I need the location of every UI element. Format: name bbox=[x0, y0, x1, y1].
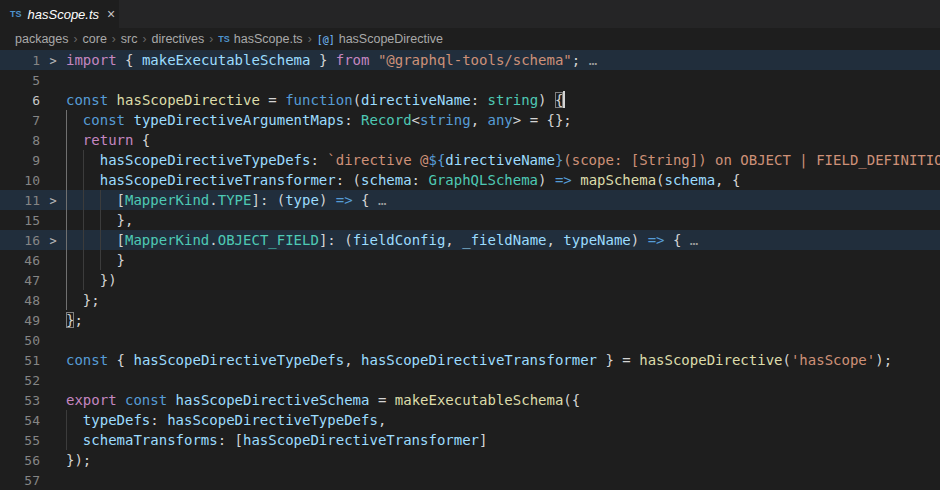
breadcrumb-item-hasscope-ts[interactable]: TShasScope.ts bbox=[218, 32, 302, 46]
fold-chevron-icon[interactable]: > bbox=[40, 51, 66, 71]
code-token: ({ bbox=[563, 392, 580, 408]
indent-guide bbox=[66, 230, 67, 250]
code-line-55[interactable]: 55 schemaTransforms: [hasScopeDirectiveT… bbox=[0, 430, 940, 450]
code-token: ) bbox=[319, 192, 336, 208]
code-line-46[interactable]: 46 } bbox=[0, 250, 940, 270]
code-token: makeExecutableSchema bbox=[142, 52, 311, 68]
indent-guide bbox=[83, 250, 84, 270]
code-token bbox=[66, 112, 83, 128]
code-token: TYPE bbox=[218, 192, 252, 208]
code-token: : [ bbox=[218, 432, 243, 448]
line-number: 47 bbox=[0, 271, 40, 291]
code-token: export bbox=[66, 392, 117, 408]
breadcrumb-label: packages bbox=[15, 32, 69, 46]
code-line-9[interactable]: 9 hasScopeDirectiveTypeDefs: `directive … bbox=[0, 150, 940, 170]
code-token: hasScopeDirective bbox=[117, 92, 260, 108]
code-token: typeDirectiveArgumentMaps bbox=[133, 112, 344, 128]
code-token: return bbox=[83, 132, 134, 148]
code-line-48[interactable]: 48 }; bbox=[0, 290, 940, 310]
code-token: _fieldName bbox=[462, 232, 546, 248]
code-line-7[interactable]: 7 const typeDirectiveArgumentMaps: Recor… bbox=[0, 110, 940, 130]
tab-title: hasScope.ts bbox=[28, 7, 100, 22]
breadcrumb-separator-icon: › bbox=[308, 32, 312, 46]
line-number: 6 bbox=[0, 91, 40, 111]
code-line-54[interactable]: 54 typeDefs: hasScopeDirectiveTypeDefs, bbox=[0, 410, 940, 430]
code-line-16[interactable]: 16> [MapperKind.OBJECT_FIELD]: (fieldCon… bbox=[0, 230, 940, 250]
close-icon[interactable]: × bbox=[107, 7, 115, 21]
breadcrumb-label: core bbox=[83, 32, 107, 46]
indent-guide bbox=[100, 190, 101, 210]
code-token: { bbox=[117, 52, 142, 68]
indent-guide bbox=[66, 250, 67, 270]
code-line-10[interactable]: 10 hasScopeDirectiveTransformer: (schema… bbox=[0, 170, 940, 190]
code-token: GraphQLSchema bbox=[428, 172, 538, 188]
code-token: , bbox=[445, 232, 462, 248]
line-number: 48 bbox=[0, 291, 40, 311]
code-token: directiveName bbox=[445, 152, 555, 168]
code-token: : bbox=[344, 112, 361, 128]
code-token: > = {}; bbox=[513, 112, 572, 128]
code-line-5[interactable]: 5 bbox=[0, 70, 940, 90]
line-number: 1 bbox=[0, 51, 40, 71]
breadcrumb-item-core[interactable]: core bbox=[83, 32, 107, 46]
code-line-8[interactable]: 8 return { bbox=[0, 130, 940, 150]
code-line-53[interactable]: 53export const hasScopeDirectiveSchema =… bbox=[0, 390, 940, 410]
code-token: { bbox=[353, 192, 378, 208]
code-token: . bbox=[209, 192, 217, 208]
code-token bbox=[66, 412, 83, 428]
line-number: 53 bbox=[0, 391, 40, 411]
line-number: 57 bbox=[0, 471, 40, 490]
code-token: : bbox=[310, 152, 327, 168]
code-token: hasScopeDirectiveTransformer bbox=[100, 172, 336, 188]
code-line-11[interactable]: 11> [MapperKind.TYPE]: (type) => { … bbox=[0, 190, 940, 210]
breadcrumb-item-directives[interactable]: directives bbox=[152, 32, 205, 46]
code-line-15[interactable]: 15 }, bbox=[0, 210, 940, 230]
code-token: ; bbox=[74, 312, 82, 328]
bracket-match: { bbox=[555, 92, 563, 108]
code-token: directiveName bbox=[361, 92, 471, 108]
code-token: ) bbox=[538, 92, 555, 108]
fold-chevron-icon[interactable]: > bbox=[40, 191, 66, 211]
line-number: 15 bbox=[0, 211, 40, 231]
editor-tab-hasscope[interactable]: TS hasScope.ts × bbox=[0, 0, 120, 28]
code-line-51[interactable]: 51const { hasScopeDirectiveTypeDefs, has… bbox=[0, 350, 940, 370]
code-token: hasScopeDirectiveTransformer bbox=[361, 352, 597, 368]
code-token: ]: ( bbox=[319, 232, 353, 248]
code-token: , bbox=[471, 112, 488, 128]
breadcrumb-label: hasScope.ts bbox=[234, 32, 303, 46]
breadcrumb-item-src[interactable]: src bbox=[121, 32, 138, 46]
code-token: { bbox=[665, 232, 690, 248]
code-line-49[interactable]: 49}; bbox=[0, 310, 940, 330]
code-line-57[interactable]: 57 bbox=[0, 470, 940, 490]
breadcrumb-item-packages[interactable]: packages bbox=[15, 32, 69, 46]
code-token: : ( bbox=[336, 172, 361, 188]
indent-guide bbox=[66, 170, 67, 190]
code-token: . bbox=[209, 232, 217, 248]
code-token bbox=[66, 432, 83, 448]
code-token: hasScopeDirectiveTypeDefs bbox=[133, 352, 344, 368]
indent-guide bbox=[83, 270, 84, 290]
code-line-47[interactable]: 47 }) bbox=[0, 270, 940, 290]
indent-guide bbox=[83, 190, 84, 210]
breadcrumb-item-hasscopedirective[interactable]: [@]hasScopeDirective bbox=[317, 32, 443, 46]
indent-guide bbox=[66, 290, 67, 310]
code-editor: 1>import { makeExecutableSchema } from "… bbox=[0, 50, 940, 490]
code-token: hasScopeDirectiveTypeDefs bbox=[100, 152, 311, 168]
typescript-file-icon: TS bbox=[10, 9, 22, 19]
code-line-56[interactable]: 56}); bbox=[0, 450, 940, 470]
code-line-6[interactable]: 6const hasScopeDirective = function(dire… bbox=[0, 90, 940, 110]
code-token: ); bbox=[875, 352, 892, 368]
code-line-1[interactable]: 1>import { makeExecutableSchema } from "… bbox=[0, 50, 940, 70]
code-token: … bbox=[589, 52, 597, 68]
line-number: 11 bbox=[0, 191, 40, 211]
code-line-52[interactable]: 52 bbox=[0, 370, 940, 390]
code-line-50[interactable]: 50 bbox=[0, 330, 940, 350]
code-token: ( bbox=[656, 172, 664, 188]
code-token: … bbox=[690, 232, 698, 248]
code-token: hasScopeDirectiveTransformer bbox=[243, 432, 479, 448]
breadcrumb-separator-icon: › bbox=[143, 32, 147, 46]
fold-chevron-icon[interactable]: > bbox=[40, 231, 66, 251]
code-token: const bbox=[66, 352, 108, 368]
code-token: typeDefs bbox=[83, 412, 150, 428]
code-token bbox=[108, 92, 116, 108]
